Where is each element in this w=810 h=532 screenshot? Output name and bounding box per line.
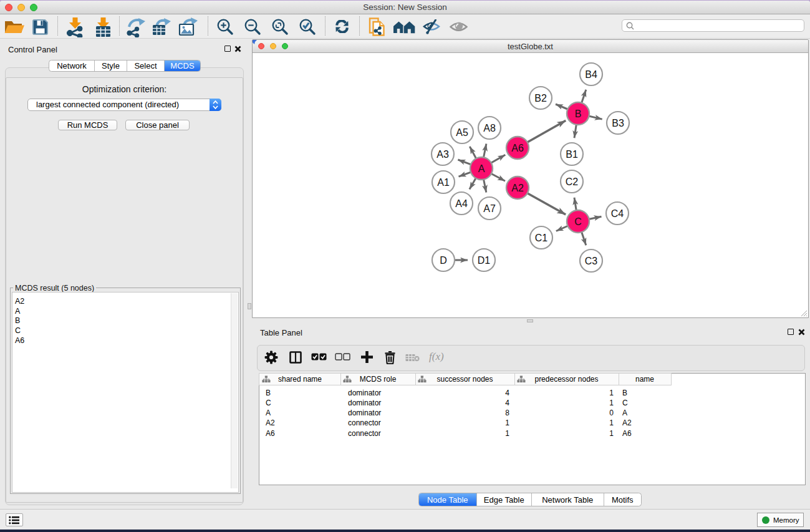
- svg-text:C4: C4: [611, 208, 624, 219]
- svg-text:A7: A7: [483, 203, 496, 214]
- svg-text:C: C: [574, 216, 582, 227]
- svg-text:B2: B2: [534, 93, 547, 104]
- svg-text:B3: B3: [612, 118, 624, 128]
- svg-text:C3: C3: [585, 256, 598, 266]
- svg-text:A5: A5: [456, 127, 468, 138]
- svg-text:A3: A3: [436, 149, 449, 160]
- svg-text:C1: C1: [535, 233, 548, 243]
- svg-text:A: A: [478, 163, 485, 174]
- svg-text:A4: A4: [455, 198, 468, 209]
- svg-text:B4: B4: [585, 69, 597, 80]
- svg-text:D1: D1: [478, 255, 491, 266]
- svg-text:A8: A8: [483, 123, 496, 133]
- svg-text:A2: A2: [511, 183, 524, 193]
- svg-text:C2: C2: [566, 177, 579, 187]
- svg-text:A6: A6: [511, 143, 524, 153]
- svg-text:A1: A1: [437, 177, 450, 188]
- svg-text:B1: B1: [566, 149, 578, 160]
- svg-text:D: D: [440, 255, 447, 266]
- svg-text:B: B: [575, 109, 582, 119]
